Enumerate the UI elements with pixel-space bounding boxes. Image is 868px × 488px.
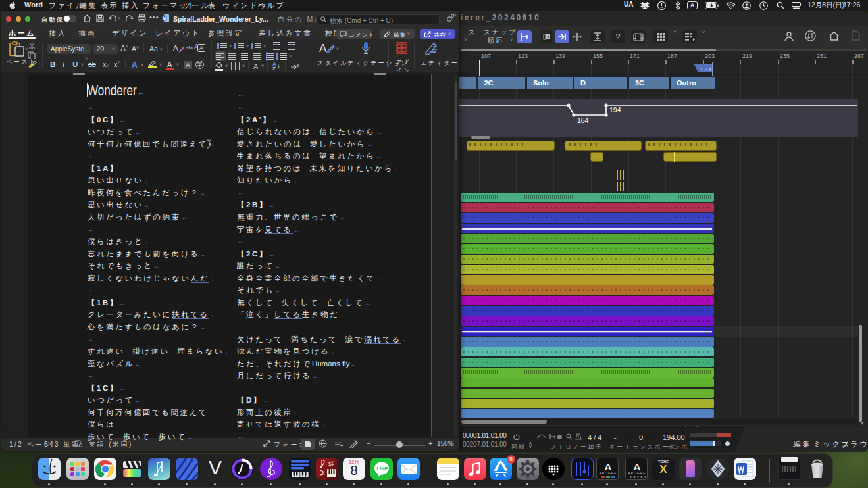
svg-text:LINE: LINE bbox=[377, 466, 388, 472]
